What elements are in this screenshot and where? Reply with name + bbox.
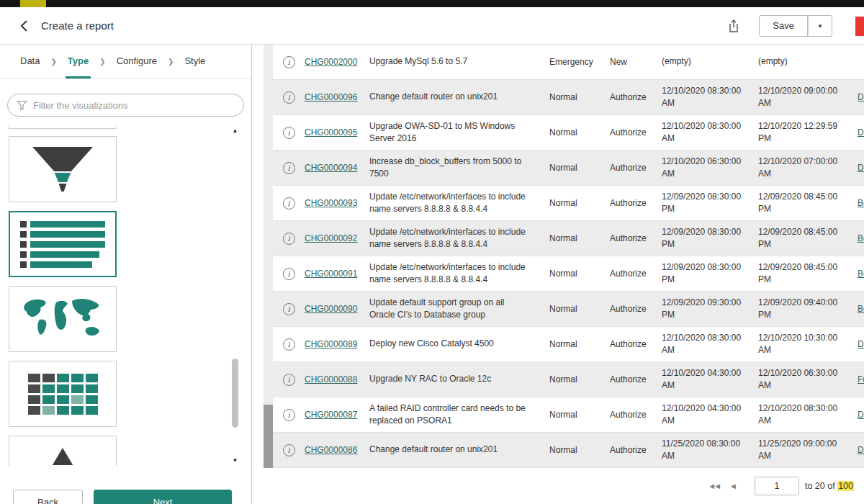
change-number-link[interactable]: CHG0000090 (305, 304, 369, 314)
assigned-to-link[interactable]: Dav (852, 339, 864, 349)
change-number-link[interactable]: CHG0000095 (305, 127, 369, 138)
state-value: New (601, 57, 659, 67)
state-value: Authorize (601, 233, 659, 243)
info-icon[interactable]: i (283, 303, 295, 315)
step-style[interactable]: Style (182, 45, 207, 78)
planned-start-date: 12/09/2020 08:30:00 PM (659, 226, 755, 251)
assigned-to-link[interactable]: Dav (852, 127, 864, 138)
state-value: Authorize (601, 127, 659, 138)
chevron-left-icon (20, 19, 28, 32)
planned-start-date: 12/10/2020 06:30:00 AM (659, 156, 755, 181)
priority-value: Normal (539, 269, 601, 279)
viz-world-map-thumbnail[interactable] (9, 286, 117, 352)
planned-start-date: 11/25/2020 08:30:00 AM (659, 438, 755, 463)
change-number-link[interactable]: CHG0000091 (305, 269, 369, 279)
change-number-link[interactable]: CHG0000089 (305, 339, 369, 349)
back-button[interactable] (16, 17, 32, 35)
step-configure[interactable]: Configure (114, 45, 159, 78)
step-type[interactable]: Type (66, 45, 91, 78)
next-step-button[interactable]: Next (94, 490, 232, 504)
assigned-to-link[interactable]: Bow (852, 198, 864, 208)
info-icon[interactable]: i (283, 409, 295, 421)
change-number-link[interactable]: CHG0000093 (305, 198, 369, 208)
pagination-bar: ◄◄ ◄ to 20 of 100 (252, 468, 864, 504)
planned-start-date: 12/10/2020 04:30:00 AM (659, 402, 755, 428)
planned-start-date: 12/10/2020 04:30:00 AM (659, 367, 755, 392)
state-value: Authorize (601, 269, 659, 279)
planned-start-date: 12/09/2020 09:30:00 PM (659, 297, 755, 322)
assigned-to-link[interactable]: Dav (852, 410, 864, 420)
assigned-to-link[interactable]: Bow (852, 269, 864, 279)
state-value: Authorize (601, 374, 659, 384)
change-number-link[interactable]: CHG0000087 (305, 410, 369, 420)
table-scrollbar-thumb[interactable] (264, 405, 273, 468)
assigned-to-link[interactable]: Dav (852, 92, 864, 102)
previous-page-icon[interactable]: ◄ (726, 480, 740, 492)
step-data[interactable]: Data (18, 45, 42, 78)
horizontal-bar-chart-icon (20, 221, 105, 268)
change-number-link[interactable]: CHG0000094 (305, 163, 369, 173)
info-icon[interactable]: i (283, 268, 295, 280)
change-list: i CHG0002000 Upgrade MySql 5.6 to 5.7 Em… (273, 45, 864, 468)
world-map-icon (20, 297, 105, 341)
planned-end-date: 12/09/2020 09:40:00 PM (755, 297, 852, 322)
caret-down-icon: ▾ (819, 22, 822, 30)
info-icon[interactable]: i (283, 197, 295, 210)
info-icon[interactable]: i (283, 162, 295, 174)
viz-horizontal-bar-thumbnail[interactable] (9, 211, 117, 277)
info-icon[interactable]: i (283, 56, 295, 68)
table-row: i CHG0000088 Upgrade NY RAC to Oracle 12… (273, 362, 864, 397)
share-button[interactable] (727, 19, 740, 33)
viz-pyramid-thumbnail[interactable] (9, 436, 117, 467)
info-icon[interactable]: i (283, 91, 295, 104)
scrollbar-thumb[interactable] (232, 359, 238, 428)
page-number-input[interactable] (755, 477, 799, 495)
scroll-down-icon[interactable]: ▼ (230, 456, 240, 465)
assigned-to-link[interactable]: Bow (852, 304, 864, 314)
save-menu-button[interactable]: ▾ (808, 15, 832, 37)
change-number-link[interactable]: CHG0000096 (305, 92, 369, 102)
info-icon[interactable]: i (283, 374, 295, 386)
table-row: i CHG0000094 Increase db_block_buffers f… (273, 150, 864, 186)
short-description: Upgrade MySql 5.6 to 5.7 (369, 55, 539, 68)
pagination-range-text: to 20 of (805, 481, 835, 491)
info-icon[interactable]: i (283, 127, 295, 139)
change-number-link[interactable]: CHG0000088 (305, 374, 369, 384)
planned-start-date: 12/09/2020 08:30:00 PM (659, 261, 755, 287)
table-row: i CHG0000092 Update /etc/network/interfa… (273, 221, 864, 256)
funnel-chart-icon (32, 147, 93, 192)
info-cell: i (273, 338, 305, 351)
priority-value: Normal (539, 410, 601, 420)
info-icon[interactable]: i (283, 338, 295, 351)
priority-value: Normal (539, 198, 601, 208)
info-icon[interactable]: i (283, 444, 295, 456)
planned-end-date: 12/10/2020 07:00:00 AM (755, 156, 852, 181)
save-button[interactable]: Save (759, 15, 808, 37)
scroll-up-icon[interactable]: ▲ (230, 127, 240, 135)
heatmap-grid-icon (28, 374, 98, 415)
assigned-to-link[interactable]: Bow (852, 233, 864, 243)
planned-end-date: 12/10/2020 12:29:59 PM (755, 120, 852, 145)
short-description: Change default router on unix201 (369, 91, 539, 103)
planned-end-date: 12/09/2020 08:45:00 PM (755, 226, 852, 251)
viz-funnel-thumbnail[interactable] (9, 136, 117, 202)
first-page-icon[interactable]: ◄◄ (705, 480, 722, 492)
table-row: i CHG0000087 A failed RAID controller ca… (273, 397, 864, 433)
short-description: Update default support group on all Orac… (369, 297, 539, 322)
viz-heatmap-thumbnail[interactable] (9, 361, 117, 427)
visualization-filter-input[interactable] (33, 100, 235, 111)
change-number-link[interactable]: CHG0000086 (305, 445, 369, 455)
share-icon (727, 19, 740, 33)
info-cell: i (273, 162, 305, 174)
assigned-to-link[interactable]: Fre (852, 374, 864, 384)
back-step-button[interactable]: Back (13, 490, 83, 504)
app-header: Create a report Save ▾ (0, 7, 864, 45)
short-description: Deploy new Cisco Catalyst 4500 (369, 338, 539, 350)
change-number-link[interactable]: CHG0002000 (305, 57, 369, 67)
assigned-to-link[interactable]: Dav (852, 163, 864, 173)
assigned-to-link[interactable]: Dav (852, 445, 864, 455)
change-number-link[interactable]: CHG0000092 (305, 233, 369, 243)
table-row: i CHG0000089 Deploy new Cisco Catalyst 4… (273, 327, 864, 362)
info-icon[interactable]: i (283, 233, 295, 245)
pyramid-chart-icon (32, 448, 93, 467)
